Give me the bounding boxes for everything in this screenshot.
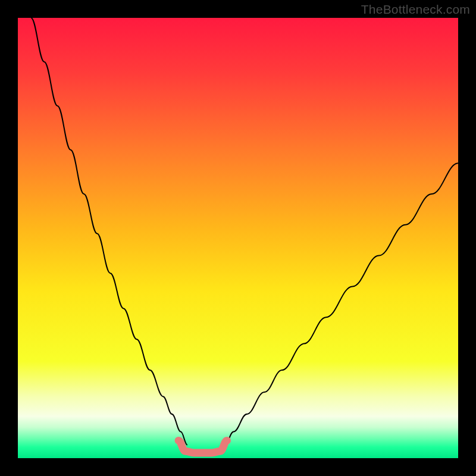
bottleneck-curve-right [225, 163, 458, 445]
plot-area [18, 18, 458, 458]
watermark-text: TheBottleneck.com [361, 2, 470, 17]
chart-frame: TheBottleneck.com [0, 0, 476, 476]
bottleneck-curve-left [31, 18, 187, 445]
curves-layer [18, 18, 458, 458]
